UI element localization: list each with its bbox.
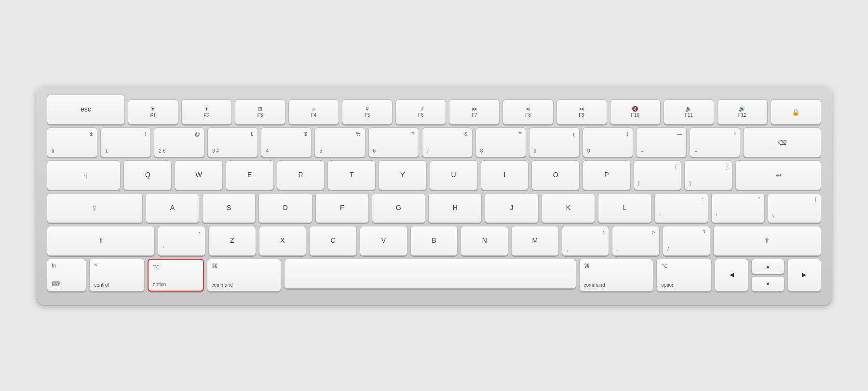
key-m[interactable]: M (511, 226, 559, 256)
key-rbracket[interactable]: } ] (684, 160, 732, 190)
key-f4[interactable]: ⌕ F4 (288, 99, 339, 125)
key-f3[interactable]: ⊞ F3 (235, 99, 285, 125)
key-command-left[interactable]: ⌘ command (207, 259, 282, 292)
key-1-bot: 1 (105, 148, 108, 154)
key-period[interactable]: > . (612, 226, 660, 256)
key-lbracket-bot: [ (638, 181, 640, 186)
key-equals[interactable]: + = (690, 127, 740, 157)
key-command-left-top: ⌘ (212, 263, 217, 269)
f1-icon: ☀ (150, 106, 156, 112)
key-f9[interactable]: ⏭ F9 (556, 99, 607, 125)
f3-icon: ⊞ (258, 106, 262, 112)
shift-left-icon: ⇧ (98, 237, 104, 245)
key-esc[interactable]: esc (47, 95, 125, 125)
key-f5[interactable]: 🎙 F5 (342, 99, 393, 125)
key-f11[interactable]: 🔉 F11 (664, 99, 714, 125)
key-o[interactable]: O (531, 160, 580, 190)
key-arrow-right[interactable]: ▶ (787, 259, 821, 292)
key-3[interactable]: £ 3 # (207, 127, 258, 157)
key-f[interactable]: F (315, 193, 369, 223)
key-slash-bot: / (667, 247, 669, 252)
key-p[interactable]: P (583, 160, 631, 190)
key-option-right[interactable]: ⌥ option (656, 259, 712, 292)
key-c[interactable]: C (309, 226, 357, 256)
key-semicolon-bot: ; (659, 214, 661, 219)
key-backslash[interactable]: | \ (768, 193, 821, 223)
key-1-top: ! (145, 131, 146, 137)
key-h[interactable]: H (428, 193, 482, 223)
key-f1[interactable]: ☀ F1 (128, 99, 178, 125)
key-command-right[interactable]: ⌘ command (579, 259, 654, 292)
key-tab[interactable]: →| (47, 160, 121, 190)
key-comma[interactable]: < , (562, 226, 610, 256)
key-u[interactable]: U (430, 160, 478, 190)
key-slash[interactable]: ? / (663, 226, 710, 256)
key-1[interactable]: ! 1 (100, 127, 151, 157)
key-0[interactable]: ) 0 (583, 127, 633, 157)
key-e[interactable]: E (226, 160, 274, 190)
key-y-label: Y (400, 171, 405, 179)
zxcv-row: ⇧ ~ ` Z X C V B N M < , > . ? / ⇧ (47, 226, 821, 256)
key-l[interactable]: L (598, 193, 651, 223)
key-option-right-bot: option (661, 282, 674, 288)
key-f6[interactable]: ☽ F6 (395, 99, 446, 125)
key-j-label: J (510, 204, 514, 211)
key-v[interactable]: V (360, 226, 407, 256)
key-j[interactable]: J (485, 193, 538, 223)
key-minus[interactable]: — – (636, 127, 687, 157)
key-b[interactable]: B (410, 226, 458, 256)
key-lbracket-top: { (675, 164, 677, 169)
number-row: ± § ! 1 @ 2 € £ 3 # $ 4 % 5 ^ 6 & 7 (47, 127, 821, 157)
key-option-left[interactable]: ⌥ option (148, 259, 204, 292)
key-d[interactable]: D (258, 193, 312, 223)
key-g[interactable]: G (372, 193, 425, 223)
key-semicolon[interactable]: : ; (654, 193, 708, 223)
key-lbracket[interactable]: { [ (634, 160, 682, 190)
key-n[interactable]: N (461, 226, 508, 256)
key-lock[interactable]: 🔒 (771, 99, 821, 125)
key-arrow-left[interactable]: ◀ (715, 259, 748, 292)
key-8[interactable]: * 8 (475, 127, 526, 157)
key-section[interactable]: ± § (47, 127, 97, 157)
key-backspace[interactable]: ⌫ (743, 127, 821, 157)
key-a[interactable]: A (146, 193, 199, 223)
key-k[interactable]: K (542, 193, 595, 223)
key-7[interactable]: & 7 (422, 127, 473, 157)
key-caps[interactable]: ⇪ (47, 193, 143, 223)
key-f7[interactable]: ⏮ F7 (449, 99, 500, 125)
key-control[interactable]: ^ control (89, 259, 145, 292)
key-6[interactable]: ^ 6 (368, 127, 419, 157)
key-shift-left[interactable]: ⇧ (47, 226, 155, 256)
key-shift-right[interactable]: ⇧ (713, 226, 821, 256)
key-x[interactable]: X (259, 226, 307, 256)
key-fn-top: fn (52, 263, 56, 268)
key-f8[interactable]: ⏯ F8 (502, 99, 553, 125)
key-t[interactable]: T (327, 160, 376, 190)
key-quote[interactable]: " ' (711, 193, 765, 223)
key-arrow-up[interactable]: ▲ (751, 259, 784, 274)
key-9[interactable]: ( 9 (529, 127, 580, 157)
key-tilde[interactable]: ~ ` (158, 226, 205, 256)
key-space[interactable] (284, 259, 576, 289)
key-f2[interactable]: ☀ F2 (181, 99, 232, 125)
key-f12[interactable]: 🔊 F12 (717, 99, 768, 125)
key-z[interactable]: Z (208, 226, 256, 256)
key-arrow-down[interactable]: ▼ (751, 276, 784, 292)
key-x-label: X (280, 237, 285, 244)
key-u-label: U (451, 171, 456, 179)
key-f10[interactable]: 🔇 F10 (610, 99, 661, 125)
key-s[interactable]: S (202, 193, 256, 223)
key-y[interactable]: Y (379, 160, 427, 190)
key-5[interactable]: % 5 (314, 127, 365, 157)
key-5-top: % (356, 131, 361, 137)
key-rbracket-bot: ] (689, 181, 691, 186)
key-return[interactable]: ↩ (735, 160, 821, 190)
key-r[interactable]: R (277, 160, 325, 190)
key-fn[interactable]: fn ⌨ (47, 259, 86, 292)
key-2[interactable]: @ 2 € (154, 127, 204, 157)
key-q[interactable]: Q (123, 160, 172, 190)
key-i[interactable]: I (481, 160, 529, 190)
key-i-label: I (503, 171, 505, 179)
key-4[interactable]: $ 4 (261, 127, 312, 157)
key-w[interactable]: W (175, 160, 223, 190)
